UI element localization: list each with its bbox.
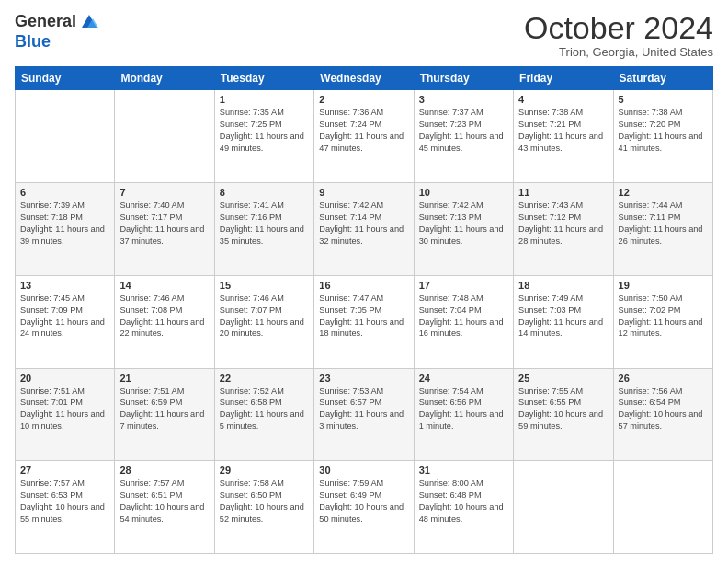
day-info: Sunrise: 7:57 AMSunset: 6:53 PMDaylight:… — [20, 478, 105, 523]
day-info: Sunrise: 7:43 AMSunset: 7:12 PMDaylight:… — [518, 201, 603, 246]
calendar-cell-w1-d3: 1 Sunrise: 7:35 AMSunset: 7:25 PMDayligh… — [214, 90, 313, 183]
calendar-cell-w4-d1: 20 Sunrise: 7:51 AMSunset: 7:01 PMDaylig… — [16, 368, 115, 461]
day-info: Sunrise: 7:35 AMSunset: 7:25 PMDaylight:… — [220, 108, 304, 153]
header-thursday: Thursday — [414, 67, 513, 90]
calendar-cell-w1-d7: 5 Sunrise: 7:38 AMSunset: 7:20 PMDayligh… — [613, 90, 712, 183]
day-info: Sunrise: 7:56 AMSunset: 6:54 PMDaylight:… — [619, 386, 703, 431]
day-info: Sunrise: 7:46 AMSunset: 7:07 PMDaylight:… — [220, 293, 304, 339]
title-block: October 2024 Trion, Georgia, United Stat… — [524, 11, 713, 59]
day-number: 26 — [619, 373, 708, 384]
calendar-cell-w3-d1: 13 Sunrise: 7:45 AMSunset: 7:09 PMDaylig… — [16, 275, 115, 368]
calendar-cell-w1-d4: 2 Sunrise: 7:36 AMSunset: 7:24 PMDayligh… — [314, 90, 414, 183]
day-number: 4 — [518, 94, 608, 105]
day-number: 8 — [220, 187, 309, 198]
day-number: 11 — [518, 187, 608, 198]
day-number: 12 — [619, 187, 708, 198]
location-title: Trion, Georgia, United States — [524, 45, 713, 59]
calendar-header-row: Sunday Monday Tuesday Wednesday Thursday… — [16, 67, 713, 90]
day-number: 15 — [220, 280, 309, 291]
calendar-cell-w2-d3: 8 Sunrise: 7:41 AMSunset: 7:16 PMDayligh… — [214, 183, 313, 276]
day-number: 17 — [419, 280, 508, 291]
day-number: 7 — [119, 187, 209, 198]
day-info: Sunrise: 7:38 AMSunset: 7:21 PMDaylight:… — [518, 108, 603, 153]
header-friday: Friday — [514, 67, 613, 90]
day-number: 9 — [319, 187, 408, 198]
calendar-cell-w1-d2 — [115, 90, 214, 183]
day-info: Sunrise: 7:40 AMSunset: 7:17 PMDaylight:… — [119, 201, 204, 246]
header-monday: Monday — [115, 67, 214, 90]
calendar-cell-w4-d2: 21 Sunrise: 7:51 AMSunset: 6:59 PMDaylig… — [115, 368, 214, 461]
day-number: 16 — [319, 280, 408, 291]
calendar-table: Sunday Monday Tuesday Wednesday Thursday… — [15, 66, 713, 554]
logo-icon — [78, 11, 100, 33]
day-info: Sunrise: 8:00 AMSunset: 6:48 PMDaylight:… — [419, 478, 504, 523]
logo: General Blue — [15, 11, 100, 52]
day-number: 19 — [619, 280, 708, 291]
day-info: Sunrise: 7:36 AMSunset: 7:24 PMDaylight:… — [319, 108, 404, 153]
calendar-week-1: 1 Sunrise: 7:35 AMSunset: 7:25 PMDayligh… — [16, 90, 713, 183]
day-number: 30 — [319, 465, 408, 476]
day-info: Sunrise: 7:57 AMSunset: 6:51 PMDaylight:… — [119, 478, 204, 523]
day-number: 3 — [419, 94, 508, 105]
day-number: 18 — [518, 280, 608, 291]
day-info: Sunrise: 7:58 AMSunset: 6:50 PMDaylight:… — [220, 478, 304, 523]
calendar-cell-w2-d2: 7 Sunrise: 7:40 AMSunset: 7:17 PMDayligh… — [115, 183, 214, 276]
day-number: 21 — [119, 373, 209, 384]
calendar-week-5: 27 Sunrise: 7:57 AMSunset: 6:53 PMDaylig… — [16, 461, 713, 554]
calendar-cell-w2-d7: 12 Sunrise: 7:44 AMSunset: 7:11 PMDaylig… — [613, 183, 712, 276]
day-info: Sunrise: 7:59 AMSunset: 6:49 PMDaylight:… — [319, 478, 404, 523]
calendar-cell-w5-d5: 31 Sunrise: 8:00 AMSunset: 6:48 PMDaylig… — [414, 461, 513, 554]
calendar-cell-w5-d4: 30 Sunrise: 7:59 AMSunset: 6:49 PMDaylig… — [314, 461, 414, 554]
calendar-cell-w2-d1: 6 Sunrise: 7:39 AMSunset: 7:18 PMDayligh… — [16, 183, 115, 276]
calendar-cell-w5-d7 — [613, 461, 712, 554]
day-number: 5 — [619, 94, 708, 105]
calendar-cell-w3-d5: 17 Sunrise: 7:48 AMSunset: 7:04 PMDaylig… — [414, 275, 513, 368]
day-number: 31 — [419, 465, 508, 476]
day-info: Sunrise: 7:50 AMSunset: 7:02 PMDaylight:… — [619, 293, 703, 339]
day-number: 24 — [419, 373, 508, 384]
calendar-cell-w5-d2: 28 Sunrise: 7:57 AMSunset: 6:51 PMDaylig… — [115, 461, 214, 554]
day-info: Sunrise: 7:51 AMSunset: 6:59 PMDaylight:… — [119, 386, 204, 431]
header-wednesday: Wednesday — [314, 67, 414, 90]
calendar-cell-w4-d3: 22 Sunrise: 7:52 AMSunset: 6:58 PMDaylig… — [214, 368, 313, 461]
day-number: 2 — [319, 94, 408, 105]
header: General Blue October 2024 Trion, Georgia… — [15, 11, 713, 59]
calendar-week-3: 13 Sunrise: 7:45 AMSunset: 7:09 PMDaylig… — [16, 275, 713, 368]
calendar-cell-w3-d3: 15 Sunrise: 7:46 AMSunset: 7:07 PMDaylig… — [214, 275, 313, 368]
calendar-cell-w2-d4: 9 Sunrise: 7:42 AMSunset: 7:14 PMDayligh… — [314, 183, 414, 276]
day-number: 10 — [419, 187, 508, 198]
calendar-cell-w1-d5: 3 Sunrise: 7:37 AMSunset: 7:23 PMDayligh… — [414, 90, 513, 183]
header-saturday: Saturday — [613, 67, 712, 90]
day-number: 22 — [220, 373, 309, 384]
day-info: Sunrise: 7:47 AMSunset: 7:05 PMDaylight:… — [319, 293, 404, 339]
calendar-cell-w4-d5: 24 Sunrise: 7:54 AMSunset: 6:56 PMDaylig… — [414, 368, 513, 461]
calendar-cell-w2-d6: 11 Sunrise: 7:43 AMSunset: 7:12 PMDaylig… — [514, 183, 613, 276]
day-info: Sunrise: 7:54 AMSunset: 6:56 PMDaylight:… — [419, 386, 504, 431]
day-info: Sunrise: 7:37 AMSunset: 7:23 PMDaylight:… — [419, 108, 504, 153]
day-number: 27 — [20, 465, 109, 476]
calendar-cell-w3-d6: 18 Sunrise: 7:49 AMSunset: 7:03 PMDaylig… — [514, 275, 613, 368]
day-info: Sunrise: 7:49 AMSunset: 7:03 PMDaylight:… — [518, 293, 603, 339]
day-info: Sunrise: 7:41 AMSunset: 7:16 PMDaylight:… — [220, 201, 304, 246]
calendar-cell-w5-d1: 27 Sunrise: 7:57 AMSunset: 6:53 PMDaylig… — [16, 461, 115, 554]
calendar-week-4: 20 Sunrise: 7:51 AMSunset: 7:01 PMDaylig… — [16, 368, 713, 461]
day-info: Sunrise: 7:42 AMSunset: 7:14 PMDaylight:… — [319, 201, 404, 246]
logo-general: General — [15, 13, 76, 31]
calendar-cell-w4-d4: 23 Sunrise: 7:53 AMSunset: 6:57 PMDaylig… — [314, 368, 414, 461]
day-info: Sunrise: 7:38 AMSunset: 7:20 PMDaylight:… — [619, 108, 703, 153]
calendar-cell-w2-d5: 10 Sunrise: 7:42 AMSunset: 7:13 PMDaylig… — [414, 183, 513, 276]
day-number: 25 — [518, 373, 608, 384]
day-info: Sunrise: 7:55 AMSunset: 6:55 PMDaylight:… — [518, 386, 603, 431]
day-info: Sunrise: 7:53 AMSunset: 6:57 PMDaylight:… — [319, 386, 404, 431]
day-info: Sunrise: 7:42 AMSunset: 7:13 PMDaylight:… — [419, 201, 504, 246]
calendar-cell-w4-d7: 26 Sunrise: 7:56 AMSunset: 6:54 PMDaylig… — [613, 368, 712, 461]
calendar-cell-w1-d6: 4 Sunrise: 7:38 AMSunset: 7:21 PMDayligh… — [514, 90, 613, 183]
day-number: 14 — [119, 280, 209, 291]
month-title: October 2024 — [524, 11, 713, 45]
day-number: 6 — [20, 187, 109, 198]
day-number: 29 — [220, 465, 309, 476]
day-number: 28 — [119, 465, 209, 476]
day-info: Sunrise: 7:46 AMSunset: 7:08 PMDaylight:… — [119, 293, 204, 339]
day-info: Sunrise: 7:44 AMSunset: 7:11 PMDaylight:… — [619, 201, 703, 246]
day-number: 23 — [319, 373, 408, 384]
